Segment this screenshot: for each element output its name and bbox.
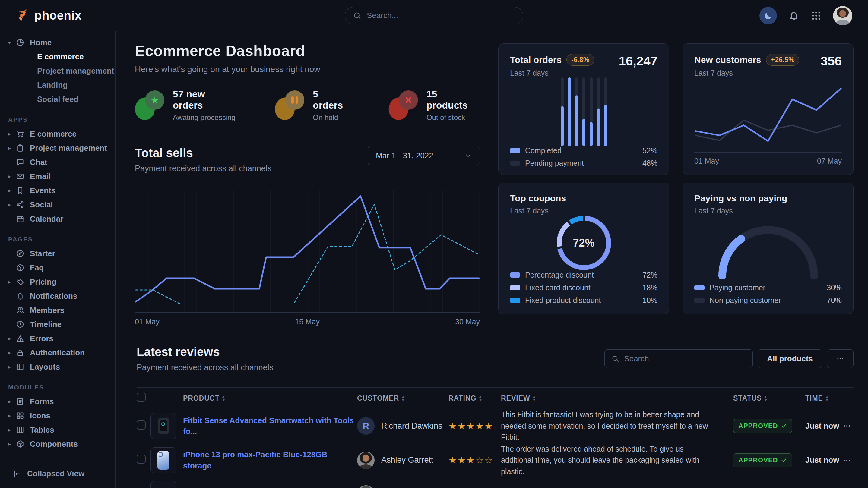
column-header-product[interactable]: PRODUCT▴▾ [183, 394, 357, 402]
dashboard-right-column: Total orders -6.8% Last 7 days 16,247 Co… [489, 31, 868, 326]
page-subtitle: Here's what's going on at your business … [135, 65, 480, 74]
total-orders-value: 16,247 [619, 54, 657, 68]
sidebar-item-label: Social [30, 200, 53, 209]
phoenix-logo-icon [16, 9, 30, 23]
home-icon [16, 38, 25, 47]
column-header-time[interactable]: TIME▴▾ [805, 394, 854, 402]
row-checkbox[interactable] [136, 421, 146, 429]
reviews-table-header: PRODUCT▴▾ CUSTOMER▴▾ RATING▴▾ REVIEW▴▾ S… [136, 387, 854, 409]
sidebar-item-pricing[interactable]: ▸Pricing [0, 275, 115, 289]
legend-row: Fixed product discount10% [510, 296, 657, 305]
notifications-button[interactable] [788, 10, 799, 21]
sidebar-item-timeline[interactable]: Timeline [0, 317, 115, 331]
navbar-search-input[interactable] [367, 11, 515, 20]
navbar-search[interactable] [345, 7, 523, 24]
sidebar-item-events[interactable]: ▸Events [0, 184, 115, 198]
collapsed-view-toggle[interactable]: Collapsed View [0, 459, 115, 488]
search-icon [611, 355, 619, 363]
sidebar-item-tables[interactable]: ▸Tables [0, 423, 115, 437]
sidebar-item-label: Timeline [30, 320, 62, 329]
column-header-status[interactable]: STATUS▴▾ [733, 394, 805, 402]
orders-legend: Completed52%Pending payment48% [510, 146, 657, 168]
sidebar-item-home[interactable]: ▾Home [0, 36, 115, 50]
product-thumbnail[interactable] [151, 447, 177, 473]
sidebar-item-layouts[interactable]: ▸Layouts [0, 360, 115, 374]
select-all-checkbox[interactable] [136, 393, 146, 402]
sidebar-item-label: Events [30, 186, 56, 195]
sidebar-item-components[interactable]: ▸Components [0, 437, 115, 451]
sidebar-item-project-management[interactable]: Project management [0, 64, 115, 78]
sidebar-item-landing[interactable]: Landing [0, 78, 115, 92]
paying-vs-non-paying-card: Paying vs non paying Last 7 days Paying … [683, 183, 854, 314]
sidebar-item-notifications[interactable]: Notifications [0, 289, 115, 303]
user-avatar[interactable] [833, 6, 852, 25]
paying-gauge-chart [712, 220, 824, 279]
row-menu-button[interactable] [843, 422, 851, 430]
legend-row: Non-paying customer70% [694, 296, 842, 305]
sidebar-item-starter[interactable]: Starter [0, 247, 115, 261]
paying-legend: Paying customer30%Non-paying customer70% [694, 283, 842, 305]
reviews-search-input[interactable] [624, 354, 746, 363]
apps-grid-button[interactable] [811, 10, 822, 21]
all-products-button[interactable]: All products [757, 349, 822, 368]
column-header-review[interactable]: REVIEW▴▾ [501, 394, 733, 402]
sidebar-item-faq[interactable]: Faq [0, 261, 115, 275]
legend-label: Fixed card discount [525, 283, 591, 292]
sort-icon: ▴▾ [402, 395, 404, 401]
product-link[interactable]: iPhone 13 pro max-Pacific Blue-128GB sto… [183, 450, 327, 470]
sidebar-item-social[interactable]: ▸Social [0, 198, 115, 212]
legend-value: 18% [642, 283, 657, 292]
product-thumbnail[interactable] [151, 481, 177, 488]
reviews-subtitle: Payment received across all channels [136, 363, 273, 372]
sidebar-item-label: Icons [30, 411, 50, 421]
sidebar-item-e-commerce[interactable]: ▸E commerce [0, 127, 115, 141]
reviews-search[interactable] [604, 349, 753, 368]
reviews-menu-button[interactable] [827, 349, 854, 368]
pause-icon [275, 90, 305, 120]
caret-icon: ▸ [8, 441, 16, 447]
caret-icon: ▸ [8, 173, 16, 180]
sidebar-item-forms[interactable]: ▸Forms [0, 395, 115, 409]
sidebar-item-project-management[interactable]: ▸Project management [0, 141, 115, 155]
caret-icon: ▸ [8, 364, 16, 370]
sidebar: ▾HomeE commerceProject managementLanding… [0, 31, 116, 488]
row-menu-button[interactable] [843, 456, 851, 464]
sidebar-item-authentication[interactable]: ▸Authentication [0, 346, 115, 360]
icons-icon [16, 412, 25, 421]
sidebar-item-e-commerce[interactable]: E commerce [0, 50, 115, 64]
review-time: Just now [805, 455, 839, 465]
sidebar-item-label: Authentication [30, 348, 85, 357]
theme-toggle-button[interactable] [760, 7, 777, 24]
sidebar-item-label: Members [30, 306, 64, 315]
sidebar-item-chat[interactable]: Chat [0, 155, 115, 169]
review-text: This Fitbit is fantastic! I was trying t… [501, 409, 733, 443]
product-thumbnail[interactable] [151, 413, 177, 439]
review-time: Just now [805, 421, 839, 431]
sidebar-item-members[interactable]: Members [0, 303, 115, 317]
sidebar-item-errors[interactable]: ▸Errors [0, 331, 115, 346]
column-header-rating[interactable]: RATING▴▾ [448, 394, 501, 402]
legend-swatch [510, 161, 520, 166]
status-badge: APPROVED [733, 419, 792, 433]
row-checkbox[interactable] [136, 455, 146, 464]
legend-swatch [510, 285, 520, 290]
orders-bar-chart [561, 77, 607, 146]
table-row [136, 478, 854, 488]
legend-label: Paying customer [709, 283, 766, 292]
sidebar-item-calendar[interactable]: Calendar [0, 212, 115, 226]
brand[interactable]: phoenix [16, 9, 82, 23]
legend-row: Percentage discount72% [510, 271, 657, 280]
ellipsis-icon [836, 355, 844, 363]
column-header-customer[interactable]: CUSTOMER▴▾ [357, 394, 448, 402]
legend-value: 70% [827, 296, 842, 305]
components-icon [16, 440, 25, 449]
errors-icon [16, 334, 25, 343]
sidebar-item-email[interactable]: ▸Email [0, 169, 115, 184]
product-link[interactable]: Fitbit Sense Advanced Smartwatch with To… [183, 416, 354, 436]
search-icon [353, 11, 361, 20]
star-icon: ★ [135, 90, 165, 120]
brand-name: phoenix [34, 9, 82, 22]
sidebar-item-social-feed[interactable]: Social feed [0, 92, 115, 106]
sidebar-item-icons[interactable]: ▸Icons [0, 409, 115, 423]
date-range-select[interactable]: Mar 1 - 31, 2022 [368, 146, 480, 165]
